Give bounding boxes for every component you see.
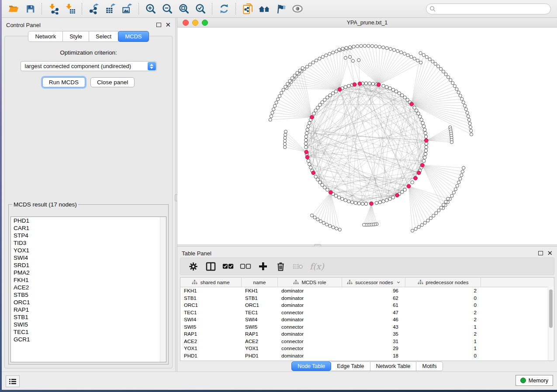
mcds-result-item[interactable]: STP4 xyxy=(11,232,166,239)
graph-node[interactable] xyxy=(284,133,287,136)
tab-style[interactable]: Style xyxy=(63,31,89,42)
mcds-result-list[interactable]: PHD1CAR1STP4TID3YOX1SWI4SRD1PMA2FKH1ACE2… xyxy=(10,217,166,362)
graph-mcds-node[interactable] xyxy=(370,202,374,206)
graph-node[interactable] xyxy=(439,67,443,70)
graph-node[interactable] xyxy=(421,121,425,125)
add-column-button[interactable] xyxy=(257,261,269,272)
graph-node[interactable] xyxy=(332,51,335,54)
graph-node[interactable] xyxy=(454,188,457,191)
table-cell[interactable] xyxy=(481,323,554,331)
graph-node[interactable] xyxy=(357,202,361,205)
column-header-MCDS-role[interactable]: MCDS role xyxy=(278,278,342,287)
graph-node[interactable] xyxy=(304,145,308,149)
mcds-result-item[interactable]: SRD1 xyxy=(11,261,166,269)
table-cell[interactable]: SWI4 xyxy=(180,316,242,323)
zoom-fit-button[interactable] xyxy=(176,1,192,16)
graph-node[interactable] xyxy=(426,219,429,222)
graph-node[interactable] xyxy=(391,88,395,92)
table-cell[interactable]: SWI5 xyxy=(180,323,242,331)
graph-node[interactable] xyxy=(382,84,385,88)
graph-node[interactable] xyxy=(420,118,423,122)
mcds-result-item[interactable]: TID3 xyxy=(11,239,166,247)
graph-node[interactable] xyxy=(462,101,465,104)
graph-node[interactable] xyxy=(431,60,434,63)
table-cell[interactable]: SWI4 xyxy=(242,316,278,323)
zoom-out-button[interactable] xyxy=(159,1,176,16)
graph-node[interactable] xyxy=(364,82,368,85)
column-header-name[interactable]: name xyxy=(242,278,278,287)
graph-node[interactable] xyxy=(304,135,308,138)
graph-node[interactable] xyxy=(308,63,311,66)
table-cell[interactable]: connector xyxy=(278,345,342,352)
graph-mcds-node[interactable] xyxy=(358,82,362,86)
graph-node[interactable] xyxy=(398,92,401,95)
table-row[interactable]: YOX1YOX1connector291 xyxy=(180,345,554,352)
graph-mcds-node[interactable] xyxy=(424,138,428,142)
graph-node[interactable] xyxy=(363,223,366,226)
graph-node[interactable] xyxy=(437,209,440,212)
zoom-in-button[interactable] xyxy=(142,1,159,16)
graph-node[interactable] xyxy=(371,82,375,86)
table-cell[interactable]: 47 xyxy=(342,309,405,316)
graph-node[interactable] xyxy=(456,184,459,187)
graph-node[interactable] xyxy=(463,104,466,107)
graph-node[interactable] xyxy=(331,92,335,95)
graph-node[interactable] xyxy=(310,214,313,217)
table-cell[interactable]: 62 xyxy=(342,295,405,302)
graph-node[interactable] xyxy=(341,47,344,50)
graph-node[interactable] xyxy=(467,118,471,121)
first-neighbors-button[interactable] xyxy=(256,1,273,16)
graph-node[interactable] xyxy=(311,61,315,64)
mcds-result-item[interactable]: ORC1 xyxy=(11,299,166,306)
graph-node[interactable] xyxy=(286,82,289,85)
graph-node[interactable] xyxy=(318,57,321,60)
graph-node[interactable] xyxy=(307,125,310,128)
table-cell[interactable]: YOX1 xyxy=(180,345,242,352)
graph-node[interactable] xyxy=(275,101,278,104)
graph-node[interactable] xyxy=(422,159,426,163)
graph-node[interactable] xyxy=(468,122,471,125)
graph-node[interactable] xyxy=(368,82,371,85)
graph-node[interactable] xyxy=(334,90,338,93)
table-row[interactable]: SWI4SWI4dominator462 xyxy=(180,316,554,323)
graph-node[interactable] xyxy=(411,229,414,232)
table-row[interactable]: RAP1RAP1dominator352 xyxy=(180,330,554,338)
mcds-result-item[interactable]: SWI4 xyxy=(11,254,166,261)
graph-node[interactable] xyxy=(345,46,348,49)
graph-node[interactable] xyxy=(391,196,395,199)
graph-node[interactable] xyxy=(420,224,423,227)
graph-node[interactable] xyxy=(344,56,347,59)
table-cell[interactable] xyxy=(481,302,554,309)
export-table-button[interactable] xyxy=(102,1,119,16)
graph-mcds-node[interactable] xyxy=(329,190,332,194)
graph-node[interactable] xyxy=(422,53,425,56)
graph-node[interactable] xyxy=(429,217,432,220)
graph-mcds-node[interactable] xyxy=(395,193,399,197)
table-cell[interactable]: ORC1 xyxy=(180,302,242,309)
table-cell[interactable]: 2 xyxy=(405,287,481,295)
graph-node[interactable] xyxy=(444,73,447,76)
graph-node[interactable] xyxy=(296,71,299,74)
graph-mcds-node[interactable] xyxy=(338,88,342,92)
graph-node[interactable] xyxy=(312,112,316,115)
graph-node[interactable] xyxy=(305,65,308,68)
table-cell[interactable]: 0 xyxy=(405,302,481,309)
graph-node[interactable] xyxy=(450,141,453,144)
graph-mcds-node[interactable] xyxy=(420,163,424,167)
graph-node[interactable] xyxy=(282,88,285,91)
annotation-flag-button[interactable] xyxy=(273,1,289,16)
mcds-result-item[interactable]: YOX1 xyxy=(11,247,166,254)
graph-node[interactable] xyxy=(467,115,470,118)
mcds-result-item[interactable]: PMA2 xyxy=(11,269,166,276)
graph-node[interactable] xyxy=(322,221,325,224)
graph-node[interactable] xyxy=(308,162,311,166)
graph-node[interactable] xyxy=(446,197,450,200)
table-cell[interactable]: 2 xyxy=(405,316,481,323)
graph-node[interactable] xyxy=(361,202,364,206)
graph-node[interactable] xyxy=(319,220,322,223)
graph-node[interactable] xyxy=(329,94,332,97)
graph-node[interactable] xyxy=(400,51,403,54)
graph-node[interactable] xyxy=(439,206,443,209)
table-cell[interactable]: 29 xyxy=(342,345,405,352)
graph-node[interactable] xyxy=(314,109,318,112)
